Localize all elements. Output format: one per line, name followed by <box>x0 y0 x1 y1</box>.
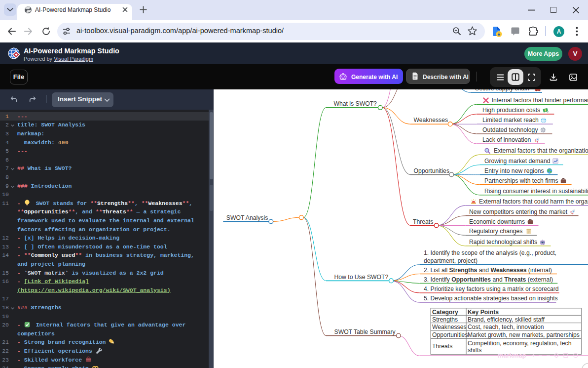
svg-text:markmap: markmap <box>498 352 526 359</box>
svg-text:External factors that the orga: External factors that the organization c… <box>494 147 588 154</box>
svg-text:Growing market demand: Growing market demand <box>484 158 550 164</box>
svg-text:1. Identify the scope of the a: 1. Identify the scope of the analysis (e… <box>424 249 556 256</box>
svg-text:Lack of innovation: Lack of innovation <box>482 136 531 143</box>
svg-text:Strengths: Strengths <box>432 316 458 323</box>
svg-text:New competitors entering the m: New competitors entering the market <box>469 208 568 215</box>
svg-text:shifts: shifts <box>468 347 481 354</box>
svg-text:High production costs: High production costs <box>482 107 540 114</box>
svg-text:Key Points: Key Points <box>468 309 499 316</box>
svg-text:What is SWOT?: What is SWOT? <box>334 100 377 107</box>
svg-text:Economic downturns: Economic downturns <box>469 218 525 225</box>
svg-text:Regulatory changes: Regulatory changes <box>469 228 522 235</box>
svg-text:Competition, economy, regulati: Competition, economy, regulation, tech <box>468 340 571 347</box>
svg-text:Internal factors that hinder p: Internal factors that hinder performance <box>492 97 588 104</box>
svg-text:Market growth, new markets, pa: Market growth, new markets, partnerships <box>468 331 580 338</box>
svg-text:Secure supply chain: Secure supply chain <box>475 89 529 92</box>
svg-text:Brand, efficiency, skilled sta: Brand, efficiency, skilled staff <box>468 316 545 323</box>
svg-text:2. List all Strengths and Weak: 2. List all Strengths and Weaknesses (in… <box>424 267 552 274</box>
svg-text:Rising consumer interest in su: Rising consumer interest in sustainabili… <box>484 188 588 195</box>
svg-text:Rapid technological shifts: Rapid technological shifts <box>469 239 537 245</box>
svg-text:Outdated technology: Outdated technology <box>482 126 538 133</box>
svg-text:5. Develop actionable strategi: 5. Develop actionable strategies based o… <box>424 295 558 302</box>
svg-text:Threats: Threats <box>413 218 433 225</box>
svg-text:Weaknesses: Weaknesses <box>414 117 448 123</box>
svg-text:Opportunities: Opportunities <box>414 167 450 174</box>
svg-text:Limited market reach: Limited market reach <box>482 117 539 123</box>
svg-text:Entry into new regions: Entry into new regions <box>484 167 544 174</box>
svg-text:department, project): department, project) <box>424 257 478 264</box>
svg-text:Partnerships with tech firms: Partnerships with tech firms <box>484 177 558 184</box>
svg-text:Threats: Threats <box>432 343 452 350</box>
svg-text:How to Use SWOT?: How to Use SWOT? <box>334 274 389 281</box>
svg-text:Opportunities: Opportunities <box>432 331 468 338</box>
svg-text:External factors that could ha: External factors that could harm the org… <box>479 198 588 205</box>
svg-text:3. Identify Opportunities and: 3. Identify Opportunities and Threats (e… <box>424 276 553 283</box>
svg-text:Category: Category <box>432 309 458 316</box>
svg-text:SWOT Table Summary: SWOT Table Summary <box>334 328 396 335</box>
svg-text:Weaknesses: Weaknesses <box>432 324 467 330</box>
svg-text:Cost, reach, tech, innovation: Cost, reach, tech, innovation <box>468 324 544 330</box>
svg-text:4. Prioritize key factors usin: 4. Prioritize key factors using a matrix… <box>424 286 559 292</box>
svg-text:SWOT Analysis: SWOT Analysis <box>226 214 268 221</box>
